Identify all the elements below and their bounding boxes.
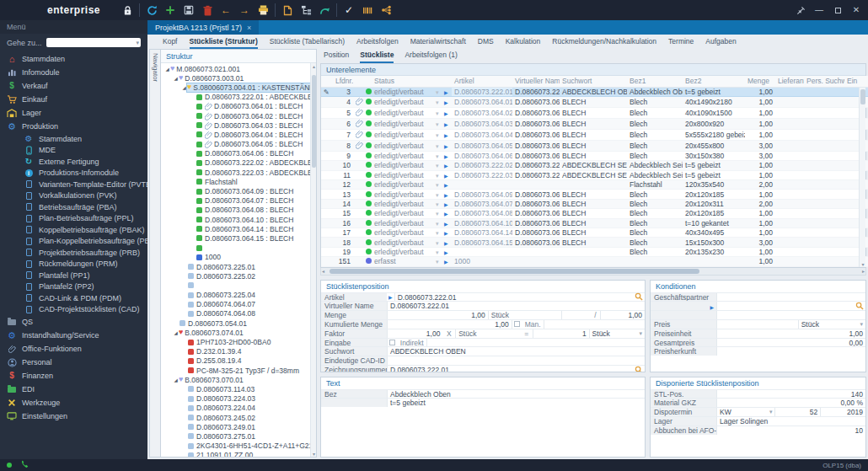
check-icon[interactable]: ✓: [340, 2, 358, 19]
table-row[interactable]: 151erfasst▾▶10001,00: [321, 257, 868, 266]
tree-item[interactable]: D.0806073.064.10 : BLECH: [161, 215, 316, 224]
table-row[interactable]: 15erledigt/verbaut▾▶D.0806073.064.08D.08…: [321, 209, 868, 218]
dropdown-icon[interactable]: ▾: [433, 118, 442, 129]
sidebar-item-infomodule[interactable]: Infomodule: [0, 66, 147, 79]
scroll-down-icon[interactable]: ▾: [311, 451, 317, 457]
tree-item[interactable]: D.0806073.064.14 : BLECH: [161, 224, 316, 233]
tree-item[interactable]: D.0806073.275.01: [161, 431, 316, 441]
cell-artikel[interactable]: D.0806073.222.03: [452, 170, 512, 179]
sidebar-item-plan-betriebsauftr-ge-ppl-[interactable]: Plan-Betriebsaufträge (PPL): [0, 213, 147, 225]
scrollbar-thumb[interactable]: [312, 75, 316, 168]
module-tab-10[interactable]: Aufgaben: [705, 35, 736, 49]
form-field[interactable]: 52: [774, 408, 820, 416]
form-field[interactable]: [716, 347, 865, 356]
cell-artikel[interactable]: D.0806073.064.14: [452, 228, 512, 238]
close-icon[interactable]: ×: [247, 24, 251, 32]
sidebar-item-lager[interactable]: Lager: [0, 106, 147, 120]
cell-status[interactable]: erledigt/verbaut: [372, 199, 433, 208]
form-field[interactable]: Abdeckblech Oben: [387, 390, 645, 399]
sidebar-item-plantafel-pp1-[interactable]: Plantafel (PP1): [0, 270, 147, 281]
tree-item[interactable]: [161, 244, 316, 253]
tree-item[interactable]: D.0806073.225.04: [161, 291, 316, 300]
cell-status[interactable]: erledigt/verbaut: [372, 140, 433, 151]
table-row[interactable]: 8erledigt/verbaut▾▶D.0806073.064.05D.080…: [321, 140, 868, 151]
sidebar-item-personal[interactable]: Personal: [0, 356, 147, 369]
tree-item[interactable]: D.0806073.114.03: [161, 384, 316, 393]
tree-item[interactable]: 21 1091 01 ZZ 00: [161, 451, 316, 457]
column-header-menge[interactable]: Menge: [745, 76, 775, 87]
tree-item[interactable]: [161, 281, 316, 290]
sidebar-item-varianten-template-editor-pvte-[interactable]: Varianten-Template-Editor (PVTE): [0, 179, 147, 190]
dropdown-icon[interactable]: ▾: [433, 151, 442, 160]
search-icon[interactable]: [854, 302, 865, 310]
minimize-icon[interactable]: —: [812, 3, 826, 17]
detail-arrow-icon[interactable]: ▶: [442, 238, 452, 247]
module-tab-2[interactable]: Stückliste (Struktur): [190, 35, 258, 49]
form-field[interactable]: [387, 356, 645, 365]
table-row[interactable]: 9erledigt/verbaut▾▶D.0806073.064.06D.080…: [321, 151, 868, 160]
tree-item[interactable]: D.0806073.225.01: [161, 262, 316, 271]
sidebar-item-projektbetriebsauftr-ge-prb-[interactable]: Projektbetriebsaufträge (PRB): [0, 247, 147, 259]
refresh-icon[interactable]: [142, 2, 161, 19]
scroll-down-icon[interactable]: ▾: [860, 261, 866, 267]
table-row[interactable]: 11erledigt/verbaut▾▶D.0806073.222.03D.08…: [321, 170, 868, 179]
sidebar-item-verkauf[interactable]: $Verkauf: [0, 79, 147, 93]
cell-artikel[interactable]: D.0806073.064.03: [452, 118, 512, 129]
close-icon[interactable]: ✕: [849, 3, 863, 17]
dropdown-icon[interactable]: ▾: [433, 161, 442, 170]
dropdown-icon[interactable]: ▾: [433, 257, 442, 266]
sidebar-item-stammdaten[interactable]: ⌂Stammdaten: [0, 52, 147, 66]
sidebar-item-betriebsauftr-ge-pba-[interactable]: Betriebsaufträge (PBA): [0, 201, 147, 213]
form-field[interactable]: 10: [716, 426, 865, 435]
sidebar-item-einkauf[interactable]: Einkauf: [0, 93, 147, 106]
cell-artikel[interactable]: D.0806073.064.06: [452, 151, 512, 160]
table-row[interactable]: 6erledigt/verbaut▾▶D.0806073.064.03D.080…: [321, 118, 868, 129]
detail-arrow-icon[interactable]: ▶: [442, 161, 452, 170]
detail-arrow-icon[interactable]: ▶: [442, 129, 452, 140]
sidebar-item-office-funktionen[interactable]: Office-Funktionen: [0, 342, 147, 356]
redo-icon[interactable]: [315, 2, 334, 19]
form-field[interactable]: D.0806073.222.01: [387, 302, 645, 310]
tree-scrollbar[interactable]: ▴ ▾: [310, 63, 316, 457]
sidebar-item-produktion[interactable]: ⚙Produktion: [0, 120, 147, 133]
column-header-bez2[interactable]: Bez2: [683, 76, 745, 87]
cell-status[interactable]: erledigt/verbaut: [372, 96, 433, 107]
add-icon[interactable]: [161, 2, 179, 19]
dropdown-icon[interactable]: ▾: [433, 218, 442, 227]
cell-artikel[interactable]: D.0806073.064.05: [452, 140, 512, 151]
dropdown-icon[interactable]: ▾: [433, 190, 442, 199]
sidebar-item-plantafel2-pp2-[interactable]: Plantafel2 (PP2): [0, 281, 147, 293]
form-field[interactable]: 1,00: [716, 329, 865, 338]
cell-status[interactable]: erledigt/verbaut: [372, 218, 433, 227]
form-field[interactable]: 140: [716, 390, 865, 399]
tree-item[interactable]: D.0806073.054.01: [161, 318, 316, 328]
tree-item[interactable]: 2KG4301-6HH51-4CD1-Z+A11+G21: [161, 442, 316, 451]
module-tab-9[interactable]: Termine: [668, 35, 694, 49]
tree-item[interactable]: D.0806073.064.08 : BLECH: [161, 206, 316, 215]
barcode-icon[interactable]: [358, 2, 377, 19]
sidebar-item-finanzen[interactable]: $Finanzen: [0, 369, 147, 383]
sidebar-item-plan-koppelbetriebsauftr-ge-pbakp-[interactable]: Plan-Koppelbetriebsaufträge (PBAKP): [0, 236, 147, 248]
cell-status[interactable]: erledigt/verbaut: [372, 180, 433, 190]
cell-artikel[interactable]: D.0806073.222.01: [452, 87, 512, 96]
tree-expand-icon[interactable]: ◢: [173, 76, 179, 81]
pin-icon[interactable]: [794, 3, 807, 17]
cell-status[interactable]: erledigt/verbaut: [372, 209, 433, 218]
tree-item[interactable]: D.0806073.064.05 : BLECH: [161, 140, 316, 149]
sidebar-item-cad-link-pdm-pdm-[interactable]: CAD-Link & PDM (PDM): [0, 292, 147, 304]
table-row[interactable]: 16erledigt/verbaut▾▶D.0806073.064.10D.08…: [321, 218, 868, 227]
checkbox[interactable]: [512, 320, 522, 329]
module-tab-1[interactable]: Kopf: [163, 35, 178, 49]
form-field[interactable]: t=5 gebeizt: [387, 399, 645, 407]
sidebar-item-qs[interactable]: QS: [0, 315, 147, 329]
detail-arrow-icon[interactable]: ▶: [442, 257, 452, 266]
module-tab-7[interactable]: Kalkulation: [506, 35, 541, 49]
scrollbar-thumb[interactable]: [330, 269, 699, 274]
detail-arrow-icon[interactable]: ▶: [442, 228, 452, 238]
search-icon[interactable]: [633, 293, 645, 302]
cell-status[interactable]: erledigt/verbaut: [372, 170, 433, 179]
dropdown-field[interactable]: KW▾: [716, 408, 774, 416]
tree-item[interactable]: D.0806073.064.03 : BLECH: [161, 120, 316, 130]
tree-item[interactable]: Flachstahl: [161, 177, 316, 186]
table-row[interactable]: 19erledigt/verbaut▾▶Blech20x135x2301,00: [321, 247, 868, 256]
